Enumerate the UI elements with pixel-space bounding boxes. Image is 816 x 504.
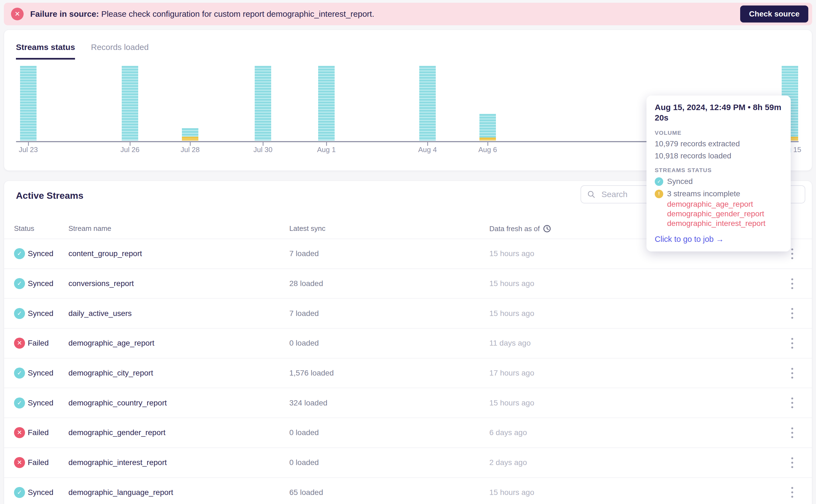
- synced-check-icon: ✓: [14, 278, 25, 289]
- banner-message-bold: Failure in source:: [30, 9, 99, 18]
- go-to-job-link[interactable]: Click to go to job →: [655, 235, 724, 244]
- chart-bar-aug-6[interactable]: [479, 114, 496, 141]
- stream-name: demographic_gender_report: [68, 428, 165, 437]
- incomplete-stream-link-demographic_interest_report[interactable]: demographic_interest_report: [667, 219, 783, 228]
- row-menu-button[interactable]: [784, 304, 800, 323]
- streams-table-body: ✓Syncedcontent_group_report7 loaded15 ho…: [4, 239, 812, 504]
- bar-segment-synced: [419, 66, 436, 141]
- tooltip-incomplete-row: ! 3 streams incomplete: [655, 189, 783, 198]
- table-row-demographic_interest_report: ✕Faileddemographic_interest_report0 load…: [4, 448, 812, 478]
- data-fresh-value: 6 days ago: [489, 428, 527, 437]
- latest-sync-value: 0 loaded: [289, 458, 319, 467]
- status-label: Synced: [28, 399, 53, 407]
- row-menu-button[interactable]: [784, 394, 800, 412]
- incomplete-stream-link-demographic_age_report[interactable]: demographic_age_report: [667, 199, 783, 209]
- stream-name: content_group_report: [68, 249, 142, 258]
- tooltip-synced-label: Synced: [667, 177, 693, 186]
- table-row-demographic_age_report: ✕Faileddemographic_age_report0 loaded11 …: [4, 329, 812, 359]
- latest-sync-value: 0 loaded: [289, 339, 319, 348]
- bar-segment-synced: [20, 66, 37, 141]
- chart-bar-aug-1[interactable]: [318, 66, 335, 141]
- bar-segment-synced: [182, 128, 198, 137]
- status-label: Synced: [28, 249, 53, 258]
- table-row-demographic_city_report: ✓Synceddemographic_city_report1,576 load…: [4, 359, 812, 388]
- bar-segment-synced: [255, 66, 271, 141]
- col-header-status: Status: [14, 224, 34, 233]
- tooltip-incomplete-streams: demographic_age_reportdemographic_gender…: [667, 199, 783, 228]
- synced-check-icon: ✓: [14, 368, 25, 379]
- table-row-conversions_report: ✓Syncedconversions_report28 loaded15 hou…: [4, 269, 812, 299]
- stream-name: demographic_age_report: [68, 339, 154, 348]
- tooltip-records-loaded: 10,918 records loaded: [655, 152, 783, 160]
- search-icon: [586, 190, 596, 199]
- tooltip-title: Aug 15, 2024, 12:49 PM • 8h 59m 20s: [655, 102, 783, 123]
- chart-bar-jul-28[interactable]: [182, 128, 198, 141]
- chart-bar-jul-23[interactable]: [20, 66, 37, 141]
- latest-sync-value: 7 loaded: [289, 309, 319, 318]
- table-row-daily_active_users: ✓Synceddaily_active_users7 loaded15 hour…: [4, 299, 812, 329]
- chart-tooltip: Aug 15, 2024, 12:49 PM • 8h 59m 20s VOLU…: [647, 96, 791, 251]
- data-fresh-value: 15 hours ago: [489, 309, 534, 318]
- row-menu-button[interactable]: [784, 364, 800, 382]
- tooltip-incomplete-label: 3 streams incomplete: [667, 189, 740, 198]
- check-source-button[interactable]: Check source: [740, 5, 808, 23]
- data-fresh-value: 15 hours ago: [489, 279, 534, 288]
- latest-sync-value: 7 loaded: [289, 249, 319, 258]
- error-banner: ✕ Failure in source: Please check config…: [4, 3, 812, 25]
- status-label: Failed: [28, 339, 49, 348]
- col-header-stream-name: Stream name: [68, 224, 111, 233]
- axis-label-aug-4: Aug 4: [406, 145, 449, 154]
- status-label: Synced: [28, 279, 53, 288]
- incomplete-stream-link-demographic_gender_report[interactable]: demographic_gender_report: [667, 209, 783, 219]
- clock-icon: [543, 224, 551, 233]
- row-menu-button[interactable]: [784, 483, 800, 502]
- row-menu-button[interactable]: [784, 334, 800, 352]
- bar-segment-synced: [479, 114, 496, 138]
- bar-segment-synced: [122, 66, 138, 141]
- bar-segment-incomplete: [479, 138, 496, 141]
- axis-label-jul-23: Jul 23: [6, 145, 50, 154]
- col-header-latest-sync: Latest sync: [289, 224, 326, 233]
- failed-x-icon: ✕: [14, 457, 25, 468]
- failed-x-icon: ✕: [14, 338, 25, 349]
- axis-label-jul-28: Jul 28: [168, 145, 212, 154]
- synced-check-icon: ✓: [14, 397, 25, 408]
- row-menu-button[interactable]: [784, 275, 800, 293]
- status-label: Failed: [28, 428, 49, 437]
- bar-segment-incomplete: [182, 137, 198, 141]
- chart-bar-aug-4[interactable]: [419, 66, 436, 141]
- axis-label-aug-1: Aug 1: [305, 145, 348, 154]
- stream-name: conversions_report: [68, 279, 134, 288]
- bar-segment-synced: [318, 66, 335, 141]
- data-fresh-value: 17 hours ago: [489, 369, 534, 377]
- status-label: Failed: [28, 458, 49, 467]
- banner-message: Failure in source: Please check configur…: [30, 9, 374, 19]
- stream-name: demographic_city_report: [68, 369, 153, 377]
- synced-check-icon: ✓: [14, 308, 25, 319]
- latest-sync-value: 28 loaded: [289, 279, 323, 288]
- tooltip-records-extracted: 10,979 records extracted: [655, 139, 783, 148]
- status-label: Synced: [28, 309, 53, 318]
- row-menu-button[interactable]: [784, 424, 800, 442]
- row-menu-button[interactable]: [784, 453, 800, 472]
- data-fresh-value: 15 hours ago: [489, 249, 534, 258]
- chart-bar-jul-30[interactable]: [255, 66, 271, 141]
- synced-check-icon: ✓: [655, 177, 663, 186]
- warning-icon: !: [655, 190, 663, 198]
- stream-name: demographic_interest_report: [68, 458, 167, 467]
- latest-sync-value: 65 loaded: [289, 488, 323, 497]
- synced-check-icon: ✓: [14, 248, 25, 259]
- failed-x-icon: ✕: [14, 427, 25, 438]
- chart-bar-jul-26[interactable]: [122, 66, 138, 141]
- col-header-data-fresh-label: Data fresh as of: [489, 225, 540, 233]
- latest-sync-value: 1,576 loaded: [289, 369, 334, 377]
- axis-label-jul-26: Jul 26: [108, 145, 152, 154]
- latest-sync-value: 324 loaded: [289, 399, 328, 407]
- stream-name: demographic_country_report: [68, 399, 167, 407]
- banner-message-rest: Please check configuration for custom re…: [99, 9, 374, 18]
- data-fresh-value: 15 hours ago: [489, 488, 534, 497]
- col-header-data-fresh: Data fresh as of: [489, 224, 551, 233]
- table-row-demographic_language_report: ✓Synceddemographic_language_report65 loa…: [4, 478, 812, 504]
- data-fresh-value: 11 days ago: [489, 339, 531, 348]
- section-title: Active Streams: [16, 190, 83, 201]
